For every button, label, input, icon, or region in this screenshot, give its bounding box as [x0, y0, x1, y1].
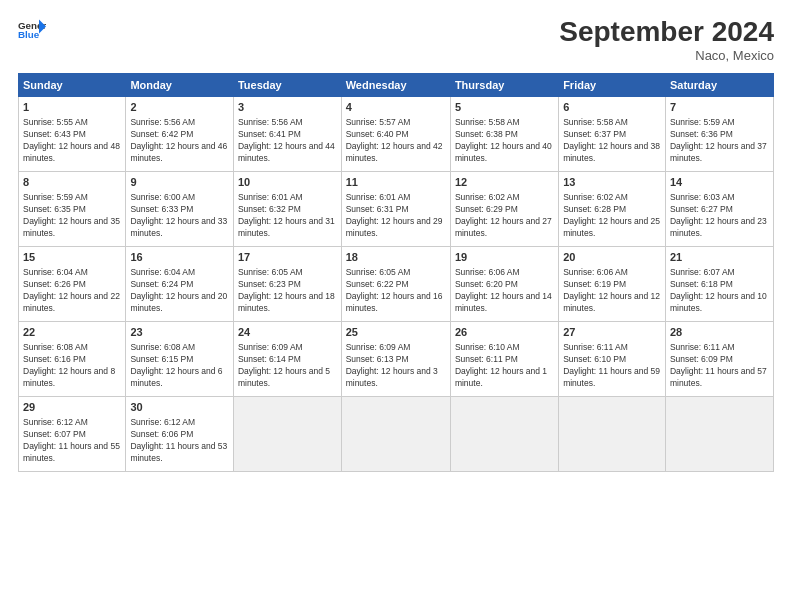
header-thursday: Thursday — [450, 74, 558, 97]
day-number: 25 — [346, 325, 446, 340]
table-row: 27Sunrise: 6:11 AMSunset: 6:10 PMDayligh… — [559, 322, 666, 397]
table-row — [665, 397, 773, 472]
day-number: 10 — [238, 175, 337, 190]
table-row: 26Sunrise: 6:10 AMSunset: 6:11 PMDayligh… — [450, 322, 558, 397]
table-row: 28Sunrise: 6:11 AMSunset: 6:09 PMDayligh… — [665, 322, 773, 397]
day-number: 14 — [670, 175, 769, 190]
table-row: 16Sunrise: 6:04 AMSunset: 6:24 PMDayligh… — [126, 247, 234, 322]
header: General Blue September 2024 Naco, Mexico — [18, 16, 774, 63]
day-info: Sunrise: 6:05 AMSunset: 6:22 PMDaylight:… — [346, 267, 443, 313]
calendar-table: Sunday Monday Tuesday Wednesday Thursday… — [18, 73, 774, 472]
header-friday: Friday — [559, 74, 666, 97]
day-number: 27 — [563, 325, 661, 340]
day-number: 23 — [130, 325, 229, 340]
table-row — [341, 397, 450, 472]
day-info: Sunrise: 6:03 AMSunset: 6:27 PMDaylight:… — [670, 192, 767, 238]
day-info: Sunrise: 6:10 AMSunset: 6:11 PMDaylight:… — [455, 342, 547, 388]
day-number: 21 — [670, 250, 769, 265]
day-number: 17 — [238, 250, 337, 265]
day-info: Sunrise: 6:09 AMSunset: 6:14 PMDaylight:… — [238, 342, 330, 388]
day-number: 18 — [346, 250, 446, 265]
day-info: Sunrise: 6:01 AMSunset: 6:31 PMDaylight:… — [346, 192, 443, 238]
table-row: 22Sunrise: 6:08 AMSunset: 6:16 PMDayligh… — [19, 322, 126, 397]
day-number: 13 — [563, 175, 661, 190]
svg-text:Blue: Blue — [18, 29, 40, 40]
day-info: Sunrise: 6:11 AMSunset: 6:10 PMDaylight:… — [563, 342, 660, 388]
day-info: Sunrise: 5:55 AMSunset: 6:43 PMDaylight:… — [23, 117, 120, 163]
calendar-week-5: 29Sunrise: 6:12 AMSunset: 6:07 PMDayligh… — [19, 397, 774, 472]
logo: General Blue — [18, 16, 48, 44]
table-row: 23Sunrise: 6:08 AMSunset: 6:15 PMDayligh… — [126, 322, 234, 397]
table-row — [450, 397, 558, 472]
day-info: Sunrise: 6:07 AMSunset: 6:18 PMDaylight:… — [670, 267, 767, 313]
table-row: 1Sunrise: 5:55 AMSunset: 6:43 PMDaylight… — [19, 97, 126, 172]
day-number: 15 — [23, 250, 121, 265]
day-info: Sunrise: 6:04 AMSunset: 6:26 PMDaylight:… — [23, 267, 120, 313]
table-row — [233, 397, 341, 472]
table-row: 17Sunrise: 6:05 AMSunset: 6:23 PMDayligh… — [233, 247, 341, 322]
calendar-week-1: 1Sunrise: 5:55 AMSunset: 6:43 PMDaylight… — [19, 97, 774, 172]
day-number: 19 — [455, 250, 554, 265]
calendar-week-3: 15Sunrise: 6:04 AMSunset: 6:26 PMDayligh… — [19, 247, 774, 322]
day-number: 3 — [238, 100, 337, 115]
logo-icon: General Blue — [18, 16, 46, 44]
table-row: 18Sunrise: 6:05 AMSunset: 6:22 PMDayligh… — [341, 247, 450, 322]
day-info: Sunrise: 6:08 AMSunset: 6:16 PMDaylight:… — [23, 342, 115, 388]
table-row: 15Sunrise: 6:04 AMSunset: 6:26 PMDayligh… — [19, 247, 126, 322]
table-row: 25Sunrise: 6:09 AMSunset: 6:13 PMDayligh… — [341, 322, 450, 397]
calendar-subtitle: Naco, Mexico — [559, 48, 774, 63]
table-row: 3Sunrise: 5:56 AMSunset: 6:41 PMDaylight… — [233, 97, 341, 172]
day-info: Sunrise: 6:00 AMSunset: 6:33 PMDaylight:… — [130, 192, 227, 238]
table-row: 10Sunrise: 6:01 AMSunset: 6:32 PMDayligh… — [233, 172, 341, 247]
day-info: Sunrise: 5:58 AMSunset: 6:38 PMDaylight:… — [455, 117, 552, 163]
day-info: Sunrise: 6:05 AMSunset: 6:23 PMDaylight:… — [238, 267, 335, 313]
day-info: Sunrise: 5:56 AMSunset: 6:41 PMDaylight:… — [238, 117, 335, 163]
day-number: 28 — [670, 325, 769, 340]
day-info: Sunrise: 6:09 AMSunset: 6:13 PMDaylight:… — [346, 342, 438, 388]
day-number: 11 — [346, 175, 446, 190]
day-number: 16 — [130, 250, 229, 265]
header-monday: Monday — [126, 74, 234, 97]
day-info: Sunrise: 5:58 AMSunset: 6:37 PMDaylight:… — [563, 117, 660, 163]
calendar-title: September 2024 — [559, 16, 774, 48]
day-number: 8 — [23, 175, 121, 190]
table-row: 29Sunrise: 6:12 AMSunset: 6:07 PMDayligh… — [19, 397, 126, 472]
title-block: September 2024 Naco, Mexico — [559, 16, 774, 63]
table-row: 30Sunrise: 6:12 AMSunset: 6:06 PMDayligh… — [126, 397, 234, 472]
table-row: 8Sunrise: 5:59 AMSunset: 6:35 PMDaylight… — [19, 172, 126, 247]
day-number: 7 — [670, 100, 769, 115]
day-info: Sunrise: 6:08 AMSunset: 6:15 PMDaylight:… — [130, 342, 222, 388]
calendar-week-4: 22Sunrise: 6:08 AMSunset: 6:16 PMDayligh… — [19, 322, 774, 397]
day-info: Sunrise: 5:56 AMSunset: 6:42 PMDaylight:… — [130, 117, 227, 163]
table-row: 21Sunrise: 6:07 AMSunset: 6:18 PMDayligh… — [665, 247, 773, 322]
day-info: Sunrise: 6:02 AMSunset: 6:28 PMDaylight:… — [563, 192, 660, 238]
day-info: Sunrise: 6:04 AMSunset: 6:24 PMDaylight:… — [130, 267, 227, 313]
day-number: 5 — [455, 100, 554, 115]
day-number: 30 — [130, 400, 229, 415]
day-info: Sunrise: 6:06 AMSunset: 6:20 PMDaylight:… — [455, 267, 552, 313]
day-info: Sunrise: 5:59 AMSunset: 6:36 PMDaylight:… — [670, 117, 767, 163]
header-saturday: Saturday — [665, 74, 773, 97]
weekday-header-row: Sunday Monday Tuesday Wednesday Thursday… — [19, 74, 774, 97]
table-row: 14Sunrise: 6:03 AMSunset: 6:27 PMDayligh… — [665, 172, 773, 247]
table-row: 20Sunrise: 6:06 AMSunset: 6:19 PMDayligh… — [559, 247, 666, 322]
day-number: 1 — [23, 100, 121, 115]
table-row: 4Sunrise: 5:57 AMSunset: 6:40 PMDaylight… — [341, 97, 450, 172]
header-sunday: Sunday — [19, 74, 126, 97]
day-number: 6 — [563, 100, 661, 115]
day-number: 4 — [346, 100, 446, 115]
day-number: 2 — [130, 100, 229, 115]
table-row: 11Sunrise: 6:01 AMSunset: 6:31 PMDayligh… — [341, 172, 450, 247]
table-row: 19Sunrise: 6:06 AMSunset: 6:20 PMDayligh… — [450, 247, 558, 322]
day-info: Sunrise: 5:57 AMSunset: 6:40 PMDaylight:… — [346, 117, 443, 163]
day-info: Sunrise: 6:12 AMSunset: 6:06 PMDaylight:… — [130, 417, 227, 463]
table-row: 13Sunrise: 6:02 AMSunset: 6:28 PMDayligh… — [559, 172, 666, 247]
day-info: Sunrise: 6:01 AMSunset: 6:32 PMDaylight:… — [238, 192, 335, 238]
header-wednesday: Wednesday — [341, 74, 450, 97]
day-info: Sunrise: 6:12 AMSunset: 6:07 PMDaylight:… — [23, 417, 120, 463]
table-row: 12Sunrise: 6:02 AMSunset: 6:29 PMDayligh… — [450, 172, 558, 247]
day-number: 20 — [563, 250, 661, 265]
day-number: 26 — [455, 325, 554, 340]
table-row: 9Sunrise: 6:00 AMSunset: 6:33 PMDaylight… — [126, 172, 234, 247]
table-row — [559, 397, 666, 472]
